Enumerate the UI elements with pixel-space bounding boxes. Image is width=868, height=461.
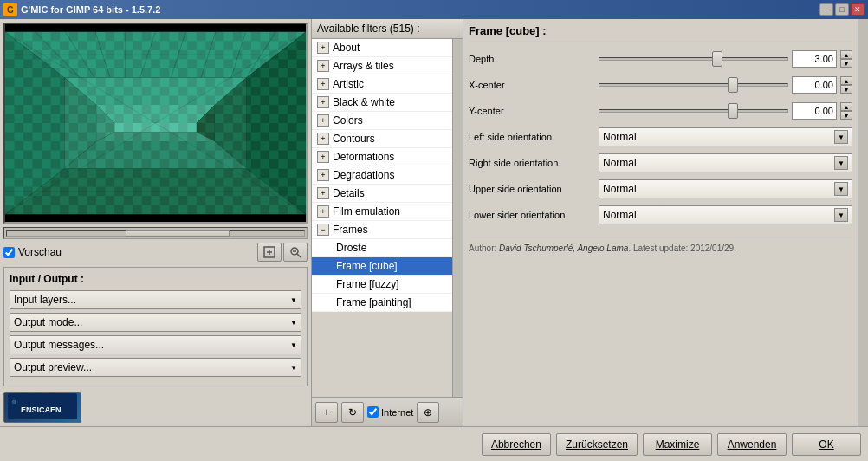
depth-slider-thumb[interactable]	[712, 51, 722, 67]
zoom-fit-button[interactable]	[257, 243, 282, 262]
zoom-filter-button[interactable]: ⊕	[417, 402, 439, 423]
filter-item-droste[interactable]: Droste	[312, 239, 452, 257]
zoom-out-button[interactable]	[283, 243, 308, 262]
filter-item-frame-cube[interactable]: Frame [cube]	[312, 257, 452, 276]
category-about-label: About	[333, 42, 360, 54]
output-messages-select[interactable]: Output messages... ▼	[10, 335, 301, 354]
ycenter-slider-track[interactable]	[599, 109, 788, 113]
preview-canvas	[5, 24, 306, 222]
filter-item-frame-fuzzy[interactable]: Frame [fuzzy]	[312, 276, 452, 294]
ok-button[interactable]: OK	[792, 433, 861, 456]
xcenter-spin-up[interactable]: ▲	[840, 76, 852, 85]
lower-side-label: Lower sider orientation	[469, 210, 599, 220]
output-mode-arrow: ▼	[290, 319, 297, 327]
output-mode-select[interactable]: Output mode... ▼	[10, 313, 301, 332]
filter-category-colors[interactable]: + Colors	[312, 112, 452, 130]
output-preview-arrow: ▼	[290, 364, 297, 372]
filter-scrollbar[interactable]	[452, 39, 463, 397]
category-colors-label: Colors	[333, 114, 363, 127]
filter-category-artistic[interactable]: + Artistic	[312, 75, 452, 94]
input-layers-select[interactable]: Input layers... ▼	[10, 290, 301, 309]
filter-list[interactable]: + About + Arrays & tiles + Artistic + Bl…	[312, 39, 452, 312]
depth-slider-track[interactable]	[599, 57, 788, 61]
add-filter-button[interactable]: +	[315, 402, 338, 423]
ycenter-spin-down[interactable]: ▼	[840, 111, 852, 120]
lower-side-dropdown[interactable]: Normal ▼	[599, 205, 852, 224]
filter-category-degradations[interactable]: + Degradations	[312, 166, 452, 185]
category-details-label: Details	[333, 187, 365, 199]
titlebar-left: G G'MIC for GIMP 64 bits - 1.5.7.2	[3, 3, 160, 16]
input-layers-label: Input layers...	[14, 294, 76, 306]
filter-item-frame-painting[interactable]: Frame [painting]	[312, 294, 452, 312]
svg-rect-33	[5, 32, 306, 214]
depth-input[interactable]	[792, 50, 837, 68]
expand-bw-icon: +	[317, 96, 329, 108]
filter-panel-content: + About + Arrays & tiles + Artistic + Bl…	[312, 39, 463, 397]
expand-film-icon: +	[317, 205, 329, 218]
left-side-dropdown[interactable]: Normal ▼	[599, 127, 852, 146]
xcenter-input[interactable]	[792, 76, 837, 94]
preview-zoom-btns	[257, 243, 308, 262]
expand-colors-icon: +	[317, 114, 329, 127]
ycenter-input[interactable]	[792, 102, 837, 120]
right-panel-wrapper: Frame [cube] : Depth ▲ ▼ X-center	[463, 19, 868, 426]
right-side-dropdown[interactable]: Normal ▼	[599, 153, 852, 172]
minimize-button[interactable]: —	[819, 3, 833, 16]
expand-arrays-icon: +	[317, 60, 329, 72]
ycenter-slider-thumb[interactable]	[728, 103, 738, 119]
output-preview-select[interactable]: Output preview... ▼	[10, 358, 301, 377]
filter-category-arrays[interactable]: + Arrays & tiles	[312, 57, 452, 75]
ycenter-spin-up[interactable]: ▲	[840, 102, 852, 111]
param-upper-side-row: Upper side orientation Normal ▼	[469, 179, 852, 199]
titlebar-controls: — □ ✕	[819, 3, 865, 16]
depth-slider-area: ▲ ▼	[599, 50, 852, 68]
depth-spin-up[interactable]: ▲	[840, 50, 852, 59]
left-panel: Vorschau Input / Output : Input layers..…	[0, 19, 312, 426]
logo-text: ⚙ ENSICAEN	[8, 393, 77, 422]
maximize-button[interactable]: Maximize	[643, 433, 712, 456]
preview-scrollbar-h[interactable]	[3, 227, 308, 239]
filter-category-details[interactable]: + Details	[312, 185, 452, 203]
expand-frames-icon: −	[317, 224, 329, 236]
output-messages-arrow: ▼	[290, 341, 297, 349]
filter-category-frames[interactable]: − Frames	[312, 221, 452, 239]
expand-artistic-icon: +	[317, 78, 329, 90]
internet-checkbox[interactable]	[367, 406, 379, 418]
depth-spin-down[interactable]: ▼	[840, 59, 852, 68]
xcenter-slider-thumb[interactable]	[728, 77, 738, 93]
close-button[interactable]: ✕	[851, 3, 865, 16]
param-left-side-row: Left side orientation Normal ▼	[469, 127, 852, 147]
output-messages-label: Output messages...	[14, 339, 104, 351]
author-info: Author: David Tschumperlé, Angelo Lama. …	[469, 237, 852, 253]
maximize-button[interactable]: □	[835, 3, 849, 16]
depth-label: Depth	[469, 54, 599, 64]
filter-category-deformations[interactable]: + Deformations	[312, 148, 452, 166]
zurucksetzen-button[interactable]: Zurücksetzen	[556, 433, 638, 456]
anwenden-button[interactable]: Anwenden	[717, 433, 787, 456]
io-output-mode-row: Output mode... ▼	[10, 313, 301, 332]
xcenter-spin-down[interactable]: ▼	[840, 85, 852, 94]
upper-side-arrow: ▼	[834, 182, 848, 196]
expand-about-icon: +	[317, 42, 329, 54]
ycenter-spinbutton: ▲ ▼	[840, 102, 852, 120]
xcenter-slider-track[interactable]	[599, 83, 788, 87]
upper-side-value: Normal	[603, 183, 637, 195]
category-frames-label: Frames	[333, 224, 368, 236]
io-title: Input / Output :	[10, 273, 301, 285]
right-scrollbar[interactable]	[858, 19, 868, 426]
filter-category-bw[interactable]: + Black & white	[312, 94, 452, 112]
preview-checkbox[interactable]	[3, 247, 15, 258]
output-preview-label: Output preview...	[14, 361, 92, 373]
io-output-preview-row: Output preview... ▼	[10, 358, 301, 377]
refresh-button[interactable]: ↻	[341, 402, 364, 423]
upper-side-dropdown[interactable]: Normal ▼	[599, 179, 852, 198]
filter-category-film[interactable]: + Film emulation	[312, 203, 452, 221]
filter-category-contours[interactable]: + Contours	[312, 130, 452, 148]
ycenter-label: Y-center	[469, 106, 599, 116]
abbrechen-button[interactable]: Abbrechen	[482, 433, 551, 456]
left-side-arrow: ▼	[834, 130, 848, 144]
filter-category-about[interactable]: + About	[312, 39, 452, 57]
filter-bottom-bar: + ↻ Internet ⊕	[312, 397, 463, 426]
filter-header-label: Available filters (515) :	[317, 23, 420, 35]
param-lower-side-row: Lower sider orientation Normal ▼	[469, 205, 852, 225]
